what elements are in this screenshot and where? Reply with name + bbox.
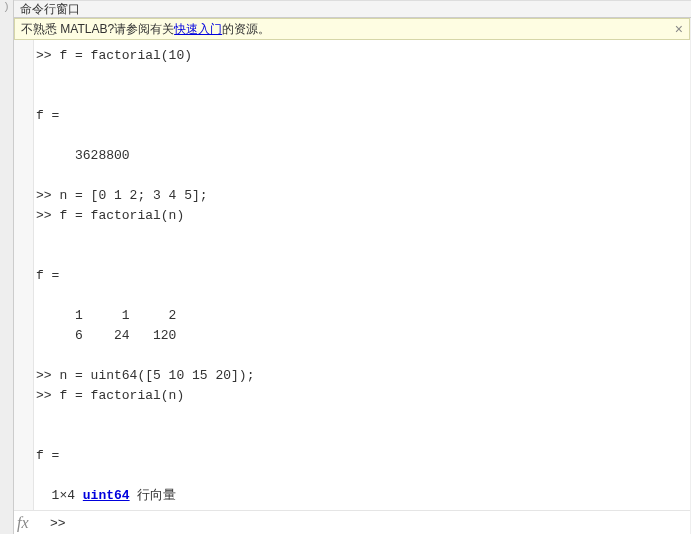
output-line [36,126,687,146]
console-gutter [14,40,34,534]
output-line: >> n = uint64([5 10 15 20]); [36,366,687,386]
output-line: f = [36,266,687,286]
output-line: f = [36,106,687,126]
left-gutter: ) [0,0,14,534]
getting-started-banner: 不熟悉 MATLAB?请参阅有关快速入门的资源。 × [14,18,690,40]
paren-icon: ) [1,1,12,12]
prompt-row: fx >> [14,510,690,534]
output-line: 3628800 [36,146,687,166]
fx-icon[interactable]: fx [17,514,29,532]
close-icon[interactable]: × [675,19,683,39]
output-line [36,86,687,106]
output-line [36,426,687,446]
output-line [36,246,687,266]
output-line: 1 1 2 [36,306,687,326]
output-line [36,66,687,86]
output-line: >> f = factorial(n) [36,206,687,226]
output-line [36,506,687,508]
output-line: >> f = factorial(10) [36,46,687,66]
output-line: >> n = [0 1 2; 3 4 5]; [36,186,687,206]
command-prompt[interactable]: >> [50,516,66,531]
output-line [36,346,687,366]
output-line: f = [36,446,687,466]
output-line [36,166,687,186]
command-output[interactable]: >> f = factorial(10) f = 3628800 >> n = … [36,46,687,508]
output-line: 6 24 120 [36,326,687,346]
output-line [36,466,687,486]
quickstart-link[interactable]: 快速入门 [174,22,222,36]
output-line [36,286,687,306]
output-line [36,226,687,246]
window-title-bar: 命令行窗口 [14,0,691,18]
output-line [36,406,687,426]
banner-suffix: 的资源。 [222,22,270,36]
window-title: 命令行窗口 [20,2,80,16]
uint64-link[interactable]: uint64 [83,488,130,503]
output-line: 1×4 uint64 行向量 [36,486,687,506]
output-line: >> f = factorial(n) [36,386,687,406]
banner-prefix: 不熟悉 MATLAB?请参阅有关 [21,22,174,36]
